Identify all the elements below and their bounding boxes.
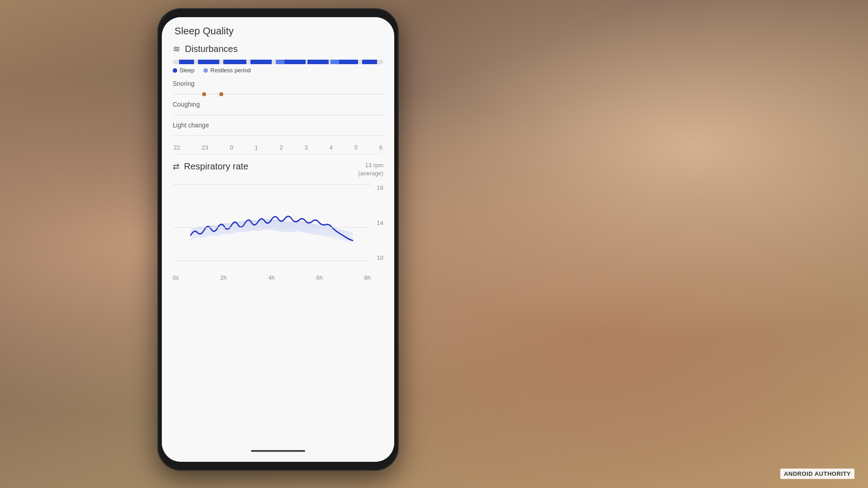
light-change-timeline bbox=[173, 131, 383, 141]
sleep-bar-container: Sleep Restless period bbox=[173, 60, 383, 74]
disturbance-section: Snoring Coughing bbox=[173, 80, 383, 141]
disturbances-icon: ≋ bbox=[173, 43, 180, 54]
snoring-dots bbox=[173, 89, 383, 99]
y-label-14: 14 bbox=[377, 220, 383, 226]
avg-label: (average) bbox=[358, 170, 383, 177]
y-label-10: 10 bbox=[377, 254, 383, 261]
disturbances-header: ≋ Disturbances bbox=[173, 43, 383, 54]
time-2: 2 bbox=[280, 144, 283, 151]
sleep-label: Sleep bbox=[179, 67, 194, 74]
phone-device: Sleep Quality ≋ Disturbances Sleep bbox=[158, 9, 398, 470]
y-axis-labels: 18 14 10 bbox=[371, 182, 383, 272]
time-6: 6 bbox=[379, 144, 382, 151]
time-axis: 22 23 0 1 2 3 4 5 6 bbox=[173, 144, 383, 151]
respiratory-left: ⇄ Respiratory rate bbox=[173, 161, 248, 172]
gridline-top bbox=[173, 184, 371, 185]
time-5: 5 bbox=[354, 144, 358, 151]
gridline-bottom bbox=[173, 261, 371, 261]
time-3: 3 bbox=[305, 144, 308, 151]
snore-dot-1 bbox=[202, 92, 206, 96]
restless-dot bbox=[203, 68, 208, 73]
chart-area bbox=[173, 182, 371, 272]
restless-label: Restless period bbox=[210, 67, 251, 74]
snoring-timeline bbox=[173, 89, 383, 99]
respiratory-avg: 13 rpm (average) bbox=[358, 161, 383, 178]
disturbances-title: Disturbances bbox=[185, 44, 238, 54]
phone-screen: Sleep Quality ≋ Disturbances Sleep bbox=[162, 17, 394, 462]
watermark: ANDROID AUTHORITY bbox=[780, 469, 854, 479]
x-8h: 8h bbox=[364, 274, 371, 281]
coughing-label: Coughing bbox=[173, 101, 383, 108]
legend-restless: Restless period bbox=[203, 67, 251, 74]
time-23: 23 bbox=[202, 144, 208, 151]
x-4h: 4h bbox=[268, 274, 274, 281]
snore-dot-2 bbox=[219, 92, 223, 96]
background bbox=[0, 0, 868, 488]
divider bbox=[173, 154, 383, 154]
y-label-18: 18 bbox=[377, 184, 383, 191]
respiratory-chart-container: 18 14 10 bbox=[173, 182, 383, 272]
home-indicator bbox=[251, 450, 305, 452]
snoring-label: Snoring bbox=[173, 80, 383, 87]
legend-sleep: Sleep bbox=[173, 67, 194, 74]
sleep-legend: Sleep Restless period bbox=[173, 67, 383, 74]
avg-value: 13 rpm bbox=[365, 162, 383, 169]
chart-x-axis: 0s 2h 4h 6h 8h bbox=[173, 274, 383, 281]
respiratory-header: ⇄ Respiratory rate 13 rpm (average) bbox=[173, 161, 383, 178]
respiratory-icon: ⇄ bbox=[173, 162, 179, 172]
x-6h: 6h bbox=[316, 274, 322, 281]
scene: Sleep Quality ≋ Disturbances Sleep bbox=[0, 0, 868, 488]
light-change-label: Light change bbox=[173, 122, 383, 129]
section-title: Sleep Quality bbox=[173, 25, 383, 37]
light-change-row: Light change bbox=[173, 122, 383, 141]
light-change-line bbox=[173, 136, 383, 136]
time-22: 22 bbox=[174, 144, 180, 151]
time-4: 4 bbox=[330, 144, 333, 151]
coughing-row: Coughing bbox=[173, 101, 383, 120]
gridline-mid bbox=[173, 227, 371, 228]
sleep-bar bbox=[173, 60, 383, 64]
x-2h: 2h bbox=[220, 274, 226, 281]
coughing-timeline bbox=[173, 110, 383, 120]
screen-content: Sleep Quality ≋ Disturbances Sleep bbox=[162, 17, 394, 462]
respiratory-title: Respiratory rate bbox=[184, 161, 248, 172]
time-1: 1 bbox=[255, 144, 258, 151]
snoring-row: Snoring bbox=[173, 80, 383, 99]
x-0s: 0s bbox=[173, 274, 179, 281]
sleep-dot bbox=[173, 68, 177, 73]
time-0: 0 bbox=[230, 144, 233, 151]
coughing-line bbox=[173, 115, 383, 115]
